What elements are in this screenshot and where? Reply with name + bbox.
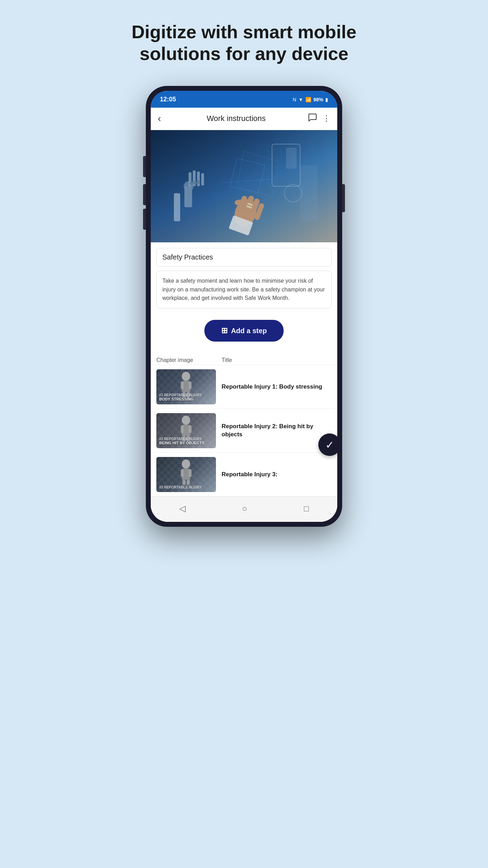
status-icons: N ▼ 📶 98% ▮ <box>293 97 328 102</box>
description-section: Take a safety moment and learn how to mi… <box>156 271 332 309</box>
nav-home-button[interactable]: ○ <box>235 502 254 515</box>
wifi-icon: ▼ <box>298 97 303 102</box>
svg-point-25 <box>284 184 302 202</box>
battery-icon: ▮ <box>325 97 328 102</box>
chapter-thumb-2: #2 reportable injury BEING HIT BY OBJECT… <box>156 413 216 448</box>
navigation-bar: ◁ ○ □ <box>151 496 337 522</box>
hero-image <box>151 130 337 242</box>
app-bar-title: Work instructions <box>164 114 308 123</box>
more-options-icon[interactable]: ⋮ <box>323 114 330 123</box>
svg-rect-26 <box>300 165 318 221</box>
status-bar: 12:05 N ▼ 📶 98% ▮ <box>151 91 337 108</box>
svg-rect-24 <box>286 148 297 169</box>
document-title: Safety Practices <box>162 253 213 261</box>
add-step-icon: ⊞ <box>221 326 228 335</box>
svg-marker-21 <box>237 151 279 197</box>
nfc-icon: N <box>293 97 296 102</box>
app-bar: ‹ Work instructions ⋮ <box>151 108 337 130</box>
content-area: Safety Practices Take a safety moment an… <box>151 248 337 496</box>
thumb-label-2: BEING HIT BY OBJECTS <box>159 441 204 445</box>
chapter-thumb-1: #1 reportable injury BODY STRESSING <box>156 369 216 404</box>
title-section: Safety Practices <box>156 248 332 267</box>
svg-marker-20 <box>230 158 265 193</box>
hero-visual <box>151 130 337 242</box>
app-bar-actions: ⋮ <box>308 113 330 124</box>
svg-point-10 <box>190 182 193 185</box>
col-header-title: Title <box>222 357 332 363</box>
chapter-title-3: Reportable Injury 3: <box>222 471 332 479</box>
add-step-button[interactable]: ⊞ Add a step <box>204 320 284 342</box>
chapter-list: #1 reportable injury BODY STRESSING Repo… <box>151 365 337 496</box>
phone-screen: 12:05 N ▼ 📶 98% ▮ ‹ Work instructions ⋮ <box>151 91 337 522</box>
svg-rect-1 <box>174 193 180 221</box>
svg-point-9 <box>197 180 200 184</box>
table-row[interactable]: #2 reportable injury BEING HIT BY OBJECT… <box>151 409 337 452</box>
col-header-image: Chapter image <box>156 357 216 363</box>
chapter-title-2: Reportable Injury 2: Being hit by object… <box>222 423 332 439</box>
thumb-label-1: BODY STRESSING <box>159 397 202 402</box>
add-step-label: Add a step <box>231 327 267 335</box>
battery-level: 98% <box>313 97 323 102</box>
svg-point-8 <box>193 181 197 184</box>
nav-back-button[interactable]: ◁ <box>172 502 192 515</box>
back-button[interactable]: ‹ <box>158 113 161 124</box>
table-header: Chapter image Title <box>151 354 337 365</box>
table-row[interactable]: #3 reportable injury Reportable Injury 3… <box>151 452 337 496</box>
nav-recent-button[interactable]: □ <box>297 502 316 515</box>
description-text: Take a safety moment and learn how to mi… <box>162 277 326 303</box>
table-row[interactable]: #1 reportable injury BODY STRESSING Repo… <box>151 365 337 409</box>
svg-line-22 <box>223 179 272 183</box>
signal-icon: 📶 <box>305 97 311 102</box>
chapter-title-1: Reportable Injury 1: Body stressing <box>222 383 332 391</box>
check-icon: ✓ <box>325 439 334 451</box>
svg-rect-6 <box>197 171 200 186</box>
chapter-thumb-3: #3 reportable injury <box>156 457 216 492</box>
svg-rect-7 <box>201 173 204 186</box>
page-headline: Digitize with smart mobile solutions for… <box>121 21 367 65</box>
chat-icon[interactable] <box>308 113 317 124</box>
phone-shell: 12:05 N ▼ 📶 98% ▮ ‹ Work instructions ⋮ <box>146 86 342 527</box>
status-time: 12:05 <box>160 96 176 103</box>
